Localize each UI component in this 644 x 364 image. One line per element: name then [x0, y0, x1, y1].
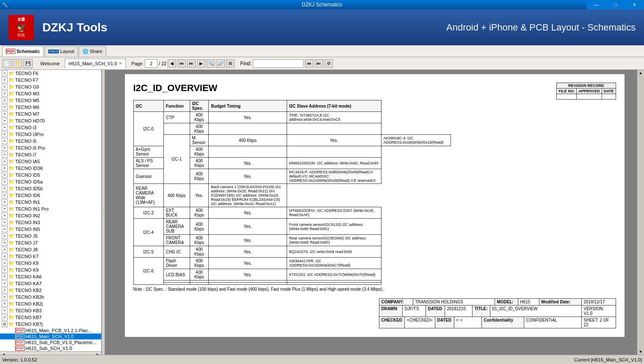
tab-welcome[interactable]: Welcome — [36, 58, 64, 69]
tab-layout[interactable]: PADS Layout — [44, 46, 78, 56]
find-options-button[interactable]: ⚙ — [324, 59, 333, 68]
sidebar-item[interactable]: +📁TECNO J5 — [0, 233, 101, 239]
function-cell: EXT. BUCK — [163, 207, 190, 219]
pdf-file-icon: PDF — [15, 328, 25, 333]
sidebar-subitem-label: H615_Sub_SCH_V1.0 — [25, 346, 72, 351]
sidebar-item[interactable]: +📁TECNO IA5 — [0, 158, 101, 165]
sidebar-item[interactable]: +📁TECNO M7 — [0, 111, 101, 117]
sidebar-item[interactable]: +📁TECNO F6 — [0, 70, 101, 77]
collapse-icon: + — [2, 253, 8, 259]
sidebar-item[interactable]: +📁TECNO i7 — [0, 151, 101, 158]
sidebar-item[interactable]: +📁TECNO ID5b — [0, 185, 101, 192]
sidebar-item-label: TECNO KB7j — [15, 322, 43, 327]
page-total: 22 — [161, 61, 166, 66]
sidebar-item[interactable]: +📁TECNO KB2 — [0, 287, 101, 294]
sidebar-item[interactable]: +📁TECNO KB7 — [0, 314, 101, 321]
sidebar-scrollbar-h[interactable]: ◀▶ — [0, 351, 101, 355]
sidebar-item[interactable]: +📁TECNO ID5a — [0, 178, 101, 185]
col-spec: I2C Spec. — [190, 100, 209, 112]
sidebar-item[interactable]: +📁TECNO i3 — [0, 124, 101, 131]
collapse-icon: + — [2, 267, 8, 273]
spec-cell: 400 Kbps — [190, 269, 209, 281]
spec-cell: 400 Kbps — [190, 112, 209, 123]
sidebar-item[interactable]: +📁TECNO J7 — [0, 239, 101, 246]
zoom-out-button[interactable]: 🔎 — [216, 59, 225, 68]
find-input[interactable] — [253, 59, 304, 68]
sidebar-item[interactable]: ⊟📁TECNO KB7j — [0, 321, 101, 328]
sidebar-item[interactable]: +📁TECNO K7 — [0, 253, 101, 260]
sidebar-subitem[interactable]: PDFH615_Main_PCB_V1.2.1-Plac... — [0, 328, 101, 333]
sidebar-item[interactable]: +📁TECNO IN2 — [0, 212, 101, 219]
maximize-button[interactable]: □ — [606, 0, 625, 9]
sidebar-item[interactable]: +📁TECNO J8 — [0, 246, 101, 253]
sidebar-item[interactable]: +📁TECNO G9 — [0, 83, 101, 90]
sidebar-item[interactable]: +📁TECNO M6 — [0, 104, 101, 111]
zoom-in-button[interactable]: 🔍 — [207, 59, 215, 68]
folder-icon: 📁 — [8, 125, 14, 130]
prev-button2[interactable]: ⏮ — [177, 59, 186, 68]
sidebar-item[interactable]: +📁TECNO i5 — [0, 138, 101, 144]
sidebar-item[interactable]: +📁TECNO ID6 — [0, 192, 101, 199]
address-cell: Front camera sensor(GC6133) I2C address:… — [287, 219, 381, 235]
i2c-group-cell: I2C-5 — [133, 246, 163, 258]
collapse-icon: + — [2, 314, 8, 320]
new-button[interactable]: 📄 — [2, 59, 11, 68]
collapse-icon: + — [2, 179, 8, 185]
close-button[interactable]: ✕ — [625, 0, 644, 9]
sidebar-item[interactable]: +📁TECNO KB2j — [0, 300, 101, 307]
sidebar-item[interactable]: +📁TECNO KB3 — [0, 307, 101, 314]
sidebar-subitem[interactable]: PDFH615_Main_SCH_V1.0 — [0, 333, 101, 339]
sidebar-item[interactable]: +📁TECNO F7 — [0, 77, 101, 83]
sidebar-item[interactable]: +📁TECNO HD70 — [0, 117, 101, 124]
open-button[interactable]: 📁 — [13, 59, 22, 68]
collapse-icon: + — [2, 165, 8, 171]
next-button[interactable]: ⏭ — [187, 59, 196, 68]
tab-schematic[interactable]: PDF Schematic — [2, 46, 44, 56]
sidebar-subitem[interactable]: PDFH615_Sub_PCB_V1.0_Placeme... — [0, 339, 101, 345]
sidebar-item[interactable]: +📁TECNO K9 — [0, 267, 101, 273]
collapse-icon: + — [2, 192, 8, 198]
sidebar-item[interactable]: +📁TECNO ID5 — [0, 172, 101, 178]
revision-fileno — [557, 94, 577, 100]
dated-value: 20181210 — [445, 306, 473, 317]
sidebar-item[interactable]: +📁TECNO KA6 — [0, 273, 101, 280]
sidebar-item[interactable]: +📁TECNO i5 Pro — [0, 144, 101, 151]
sidebar-item[interactable]: +📁TECNO IN5 — [0, 226, 101, 233]
sidebar-item[interactable]: +📁TECNO IN3 — [0, 219, 101, 226]
find-prev-button[interactable]: ⏮ — [305, 59, 313, 68]
sidebar-item[interactable]: +📁TECNO i3Pro — [0, 131, 101, 138]
sidebar-item-label: TECNO IN3 — [15, 220, 40, 225]
pdf-file-icon: PDF — [15, 346, 25, 351]
sidebar-item-label: TECNO KB7 — [15, 315, 41, 320]
sidebar-item[interactable]: +📁TECNO IN1 Pro — [0, 206, 101, 212]
app-header: 东霖 🦅 科技 DZKJ Tools Android + iPhone & PC… — [0, 9, 644, 45]
zoom-fit-button[interactable]: ⊞ — [226, 59, 235, 68]
sidebar-subitem[interactable]: PDFH615_Sub_SCH_V1.0 — [0, 345, 101, 351]
tab-share[interactable]: 🌐 Share — [79, 46, 106, 56]
prev-page-button[interactable]: ◀ — [168, 59, 176, 68]
sidebar-item[interactable]: +📁TECNO IN1 — [0, 199, 101, 206]
save-button[interactable]: 💾 — [23, 59, 33, 68]
collapse-icon: + — [2, 97, 8, 103]
sidebar-item-label: TECNO KA7 — [15, 281, 41, 286]
next-page-button[interactable]: ▶ — [197, 59, 205, 68]
sidebar-item[interactable]: +📁TECNO ID3K — [0, 165, 101, 172]
sidebar-item[interactable]: +📁TECNO K8 — [0, 260, 101, 267]
sidebar-item[interactable]: +📁TECNO M5 — [0, 97, 101, 104]
find-next-button[interactable]: ⏭ — [315, 59, 323, 68]
collapse-icon: + — [2, 125, 8, 131]
drawn-value: DJF/TS — [403, 306, 426, 317]
sidebar-item[interactable]: +📁TECNO KA7 — [0, 280, 101, 287]
tab-h615-sch[interactable]: H615_Main_SCH_V1.0 ✕ — [65, 58, 126, 69]
spec-cell — [190, 283, 209, 285]
sidebar-item[interactable]: +📁TECNO KB2h — [0, 294, 101, 300]
collapse-icon: + — [2, 145, 8, 151]
collapse-icon: + — [2, 274, 8, 280]
close-tab-icon[interactable]: ✕ — [119, 61, 122, 66]
resize-handle[interactable]: ⋮ — [102, 70, 105, 355]
sidebar-item[interactable]: +📁TECNO M3 — [0, 90, 101, 97]
minimize-button[interactable]: — — [587, 0, 606, 9]
folder-icon: 📁 — [8, 193, 14, 198]
page-input[interactable] — [145, 59, 158, 68]
content-scrollbar[interactable]: ▲ ▼ — [637, 70, 644, 355]
